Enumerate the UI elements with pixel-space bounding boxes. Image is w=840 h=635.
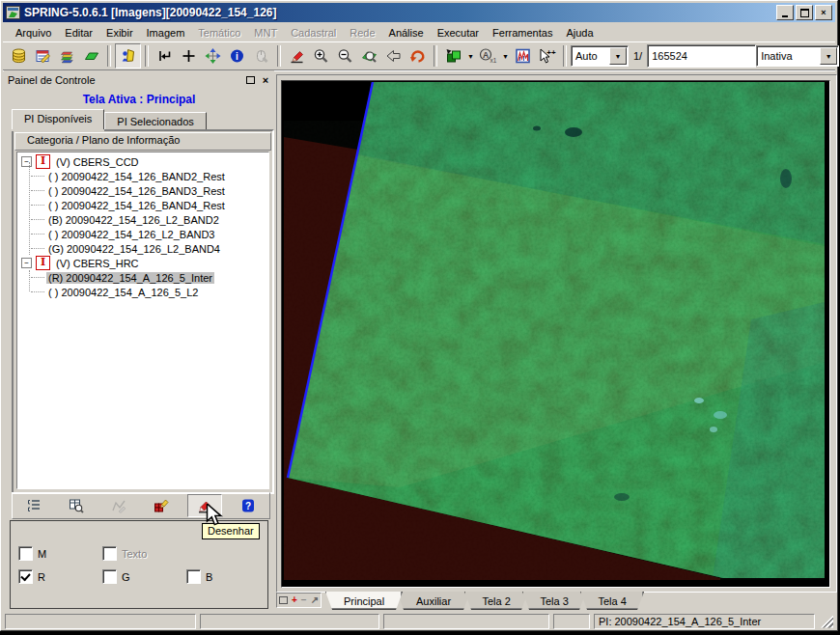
tree-branch bbox=[31, 234, 44, 235]
histogram-icon bbox=[515, 48, 531, 64]
tree-item[interactable]: (B) 20090422_154_126_L2_BAND2 bbox=[17, 212, 268, 227]
maximize-button[interactable] bbox=[796, 5, 813, 20]
resize-grip[interactable] bbox=[821, 616, 833, 628]
auto-contrast-button[interactable]: A x1 bbox=[476, 44, 500, 68]
svg-text:x1: x1 bbox=[490, 57, 497, 64]
pan-button[interactable] bbox=[201, 44, 225, 68]
tree-item-label: ( ) 20090422_154_126_BAND3_Rest bbox=[46, 185, 227, 197]
database-button[interactable] bbox=[7, 44, 31, 68]
screen-grid-icon[interactable] bbox=[279, 596, 288, 604]
tree-category-label: (V) CBERS_HRC bbox=[54, 258, 141, 269]
panel-close-icon: × bbox=[263, 74, 268, 86]
tree-item[interactable]: ( ) 20090422_154_126_BAND3_Rest bbox=[17, 183, 268, 198]
menu-cadastral: Cadastral bbox=[284, 25, 343, 41]
cursor-mode-dropdown-icon[interactable]: ▼ bbox=[820, 47, 837, 65]
toolbar-separator bbox=[563, 45, 567, 67]
layers-button[interactable] bbox=[55, 44, 79, 68]
grid-pencil-icon bbox=[153, 498, 170, 513]
previous-view-button[interactable] bbox=[381, 44, 406, 68]
cursor-plus-button[interactable] bbox=[177, 44, 201, 68]
collapse-icon[interactable]: − bbox=[21, 258, 32, 268]
panel-toolbar: ? bbox=[12, 492, 270, 519]
info-button[interactable]: i bbox=[225, 44, 249, 68]
undo-button[interactable] bbox=[406, 44, 430, 68]
menu-imagem[interactable]: Imagem bbox=[140, 25, 192, 41]
tree-item[interactable]: ( ) 20090422_154_126_L2_BAND3 bbox=[17, 227, 268, 241]
tab-pi-selecionados[interactable]: PI Selecionados bbox=[104, 112, 207, 129]
tree-branch bbox=[31, 205, 44, 207]
undo-icon bbox=[409, 48, 426, 64]
acquire-points-button[interactable]: ++ bbox=[535, 44, 559, 68]
edit-matrix-button[interactable] bbox=[145, 495, 178, 516]
tree-item[interactable]: ( ) 20090422_154_126_BAND4_Rest bbox=[17, 198, 268, 212]
checkbox-m-label: M bbox=[38, 548, 46, 560]
detach-screen-icon[interactable]: ↗ bbox=[311, 595, 319, 605]
zoom-mode-value: Auto bbox=[572, 50, 608, 62]
add-screen-icon[interactable]: + bbox=[292, 595, 297, 605]
tree-item-label: ( ) 20090422_154_126_BAND4_Rest bbox=[46, 200, 227, 211]
minimize-icon bbox=[782, 15, 788, 17]
contrast-dropdown[interactable]: ▼ bbox=[500, 44, 511, 68]
zoom-selection-button[interactable] bbox=[357, 44, 381, 68]
cursor-mode-combo[interactable]: Inativa ▼ bbox=[756, 45, 839, 67]
info-plane-button[interactable] bbox=[79, 44, 103, 68]
menu-arquivo[interactable]: Arquivo bbox=[9, 25, 58, 41]
tree-item[interactable]: ( ) 20090422_154_A_126_5_L2 bbox=[17, 285, 268, 299]
close-button[interactable]: × bbox=[815, 5, 832, 20]
satellite-image bbox=[284, 82, 825, 580]
panel-help-button[interactable]: ? bbox=[232, 495, 265, 516]
recompose-button[interactable] bbox=[153, 44, 177, 68]
close-icon: × bbox=[821, 9, 826, 17]
zoom-in-button[interactable] bbox=[309, 44, 333, 68]
histogram-button[interactable] bbox=[511, 44, 535, 68]
screen-tab-tela4[interactable]: Tela 4 bbox=[580, 592, 644, 610]
menu-executar[interactable]: Executar bbox=[431, 25, 486, 41]
checkbox-r[interactable] bbox=[18, 569, 33, 584]
toolbar-separator bbox=[107, 45, 111, 67]
zoom-pi-button[interactable] bbox=[60, 495, 93, 516]
svg-text:++: ++ bbox=[546, 48, 556, 57]
tree-category-cbers-ccd[interactable]: − I (V) CBERS_CCD bbox=[17, 154, 268, 169]
menu-editar[interactable]: Editar bbox=[58, 25, 99, 41]
menu-analise[interactable]: Análise bbox=[382, 25, 431, 41]
pi-tree[interactable]: − I (V) CBERS_CCD ( ) 20090422_154_126_B… bbox=[16, 152, 269, 489]
checkbox-b[interactable] bbox=[186, 569, 201, 584]
tree-item[interactable]: (G) 20090422_154_126_L2_BAND4 bbox=[17, 241, 268, 256]
menu-ferramentas[interactable]: Ferramentas bbox=[486, 25, 559, 41]
zoom-mode-combo[interactable]: Auto ▼ bbox=[571, 45, 629, 67]
zoom-area-icon bbox=[361, 48, 378, 64]
menu-exibir[interactable]: Exibir bbox=[99, 25, 140, 41]
database-icon bbox=[11, 48, 27, 64]
map-canvas[interactable] bbox=[281, 80, 830, 588]
composition-button[interactable] bbox=[441, 44, 465, 68]
tree-item[interactable]: ( ) 20090422_154_126_BAND2_Rest bbox=[17, 169, 268, 183]
tree-branch bbox=[31, 219, 44, 221]
menu-ajuda[interactable]: Ajuda bbox=[559, 25, 600, 41]
window-title: SPRING-5.0.6.1 [Imagens][20090422_154_12… bbox=[24, 6, 776, 19]
checkbox-g[interactable] bbox=[102, 569, 117, 584]
checkbox-b-label: B bbox=[206, 571, 212, 583]
composition-dropdown[interactable]: ▼ bbox=[465, 44, 476, 68]
data-model-button[interactable] bbox=[31, 44, 55, 68]
minimize-button[interactable] bbox=[776, 5, 794, 20]
zoom-out-icon bbox=[337, 48, 353, 64]
checkbox-m[interactable] bbox=[18, 546, 33, 561]
screen-tab-tela3[interactable]: Tela 3 bbox=[522, 592, 586, 610]
control-panel-toggle-button[interactable] bbox=[115, 43, 141, 69]
screen-tab-auxiliar[interactable]: Auxiliar bbox=[397, 592, 470, 610]
zoom-mode-dropdown-icon[interactable]: ▼ bbox=[609, 47, 627, 65]
tree-item-label: ( ) 20090422_154_A_126_5_L2 bbox=[46, 287, 200, 298]
tree-item-selected[interactable]: (R) 20090422_154_A_126_5_Inter bbox=[17, 270, 268, 285]
screen-tab-principal[interactable]: Principal bbox=[325, 592, 403, 610]
edit-pencil-button[interactable] bbox=[285, 44, 309, 68]
panel-float-button[interactable] bbox=[243, 74, 257, 87]
zoom-out-button[interactable] bbox=[333, 44, 357, 68]
tree-item-label: ( ) 20090422_154_126_L2_BAND3 bbox=[46, 229, 216, 240]
remove-screen-icon[interactable]: − bbox=[301, 595, 307, 605]
panel-close-button[interactable]: × bbox=[259, 74, 272, 87]
list-pi-button[interactable] bbox=[17, 495, 50, 516]
tab-pi-disponiveis[interactable]: PI Disponíveis bbox=[12, 109, 104, 129]
scale-input[interactable] bbox=[647, 44, 756, 68]
screen-tab-tela2[interactable]: Tela 2 bbox=[464, 592, 528, 610]
tree-category-cbers-hrc[interactable]: − I (V) CBERS_HRC bbox=[17, 256, 268, 270]
